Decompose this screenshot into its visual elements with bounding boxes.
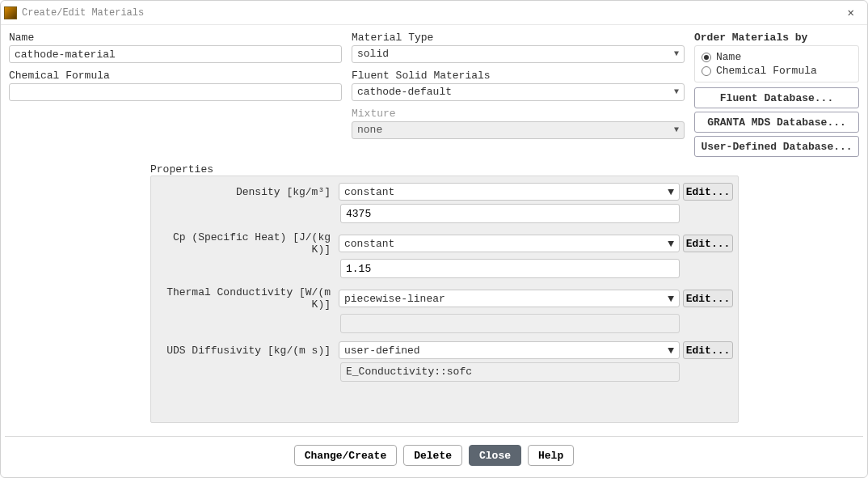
mixture-value: none	[357, 122, 382, 138]
help-button[interactable]: Help	[528, 445, 574, 466]
chemical-formula-label: Chemical Formula	[9, 70, 342, 82]
density-method-value: constant	[344, 186, 394, 198]
granta-database-button[interactable]: GRANTA MDS Database...	[694, 112, 859, 133]
cp-method-value: constant	[344, 238, 394, 250]
thermal-value-display	[340, 314, 680, 333]
properties-section: Properties Density [kg/m³] constant ▼ Ed…	[150, 163, 739, 423]
thermal-method-select[interactable]: piecewise-linear ▼	[339, 290, 680, 307]
cp-value-input[interactable]	[340, 259, 680, 278]
dialog-window: Create/Edit Materials ✕ Name Chemical Fo…	[0, 0, 868, 478]
material-type-select[interactable]: solid ▼	[352, 45, 685, 63]
cp-label: Cp (Specific Heat) [J/(kg K)]	[156, 231, 335, 256]
density-method-select[interactable]: constant ▼	[339, 183, 680, 201]
cp-edit-button[interactable]: Edit...	[683, 235, 733, 252]
properties-heading: Properties	[150, 163, 739, 176]
properties-body: Density [kg/m³] constant ▼ Edit... Cp (S…	[150, 176, 739, 423]
col-right: Order Materials by Name Chemical Formula…	[694, 32, 859, 160]
fluent-solid-select[interactable]: cathode-default ▼	[352, 83, 685, 101]
order-by-label: Order Materials by	[694, 32, 859, 44]
chevron-down-icon: ▼	[668, 238, 674, 250]
close-button[interactable]: Close	[469, 445, 521, 466]
chevron-down-icon: ▼	[668, 186, 674, 198]
thermal-edit-button[interactable]: Edit...	[683, 290, 733, 307]
order-by-box: Name Chemical Formula	[694, 45, 859, 82]
name-input[interactable]	[9, 45, 342, 63]
order-radio-name-label: Name	[716, 51, 741, 63]
chevron-down-icon: ▼	[668, 293, 674, 305]
mixture-select: none ▼	[352, 121, 685, 139]
density-label: Density [kg/m³]	[156, 186, 335, 198]
fluent-solid-label: Fluent Solid Materials	[352, 70, 685, 82]
density-value-input[interactable]	[340, 204, 680, 223]
titlebar: Create/Edit Materials ✕	[1, 1, 867, 25]
order-radio-formula-label: Chemical Formula	[716, 65, 817, 77]
density-row: Density [kg/m³] constant ▼ Edit...	[156, 183, 733, 201]
chevron-down-icon: ▼	[674, 46, 679, 62]
user-defined-database-button[interactable]: User-Defined Database...	[694, 136, 859, 157]
uds-edit-button[interactable]: Edit...	[683, 341, 733, 359]
order-radio-name[interactable]: Name	[702, 51, 852, 63]
close-icon[interactable]: ✕	[843, 4, 859, 21]
col-mid: Material Type solid ▼ Fluent Solid Mater…	[352, 32, 685, 160]
cp-method-select[interactable]: constant ▼	[339, 235, 680, 252]
uds-row: UDS Diffusivity [kg/(m s)] user-defined …	[156, 341, 733, 359]
chevron-down-icon: ▼	[674, 84, 679, 100]
radio-icon	[702, 66, 711, 76]
material-type-value: solid	[357, 46, 389, 62]
fluent-solid-value: cathode-default	[357, 84, 452, 100]
chevron-down-icon: ▼	[674, 122, 679, 138]
uds-value-display: E_Conductivity::sofc	[340, 362, 680, 382]
cp-row: Cp (Specific Heat) [J/(kg K)] constant ▼…	[156, 231, 733, 256]
thermal-row: Thermal Conductivity [W/(m K)] piecewise…	[156, 286, 733, 311]
content-area: Name Chemical Formula Material Type soli…	[1, 25, 867, 431]
app-icon	[4, 6, 17, 19]
change-create-button[interactable]: Change/Create	[294, 445, 397, 466]
radio-icon	[702, 53, 711, 62]
name-label: Name	[9, 32, 342, 44]
uds-method-select[interactable]: user-defined ▼	[339, 341, 680, 359]
window-title: Create/Edit Materials	[22, 7, 843, 19]
thermal-label: Thermal Conductivity [W/(m K)]	[156, 286, 335, 311]
fluent-database-button[interactable]: Fluent Database...	[694, 87, 859, 108]
top-row: Name Chemical Formula Material Type soli…	[9, 32, 859, 160]
footer: Change/Create Delete Close Help	[1, 437, 867, 477]
uds-label: UDS Diffusivity [kg/(m s)]	[156, 345, 335, 357]
mixture-label: Mixture	[352, 108, 685, 120]
density-edit-button[interactable]: Edit...	[683, 183, 733, 201]
material-type-label: Material Type	[352, 32, 685, 44]
uds-method-value: user-defined	[344, 345, 420, 357]
chemical-formula-input[interactable]	[9, 83, 342, 101]
thermal-method-value: piecewise-linear	[344, 293, 445, 305]
col-left: Name Chemical Formula	[9, 32, 342, 160]
chevron-down-icon: ▼	[668, 345, 674, 357]
delete-button[interactable]: Delete	[403, 445, 462, 466]
order-radio-formula[interactable]: Chemical Formula	[702, 65, 852, 77]
